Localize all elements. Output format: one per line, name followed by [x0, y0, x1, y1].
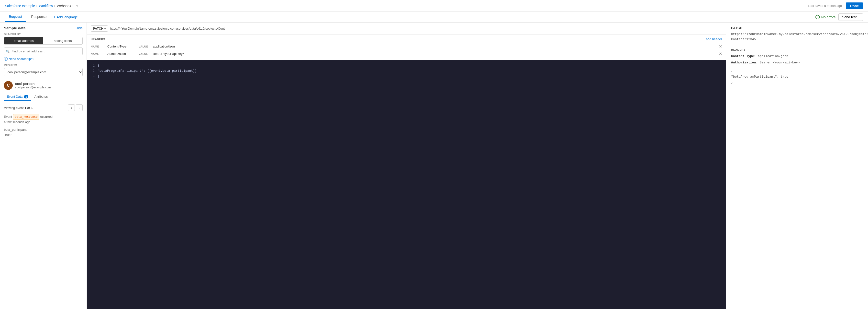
- header2-name: Authorization: [107, 52, 137, 56]
- breadcrumb-sep-1: ›: [36, 4, 37, 8]
- breadcrumb-current-text: Webhook 1: [57, 4, 74, 8]
- line-text: "betaProgramParticipant": {{event.beta_p…: [98, 68, 197, 74]
- inner-tab-attributes-label: Attributes: [34, 95, 48, 99]
- preview-url-line1: https://<YourDomainName>.my.salesforce.c…: [731, 32, 863, 37]
- breadcrumb-current: Webhook 1 ✎: [57, 4, 79, 8]
- top-bar: Salesforce example › Workflow › Webhook …: [0, 0, 868, 12]
- viewing-label: Viewing event: [4, 106, 24, 110]
- preview-headers-title: HEADERS: [726, 45, 868, 53]
- user-row: C cool person cool.person@example.com: [0, 79, 87, 93]
- breadcrumb-sep-2: ›: [54, 4, 55, 8]
- viewing-event-text: Viewing event 1 of 1: [4, 106, 33, 110]
- breadcrumb: Salesforce example › Workflow › Webhook …: [5, 4, 79, 8]
- search-tips-link[interactable]: i Need search tips?: [0, 57, 87, 64]
- search-tips-label: Need search tips?: [8, 57, 34, 61]
- headers-title: HEADERS: [91, 38, 105, 40]
- viewing-event-row: Viewing event 1 of 1 ‹ ›: [0, 101, 87, 113]
- search-input-wrap: 🔍: [4, 48, 83, 55]
- breadcrumb-root[interactable]: Salesforce example: [5, 4, 35, 8]
- search-by-toggle-group: email address adding filters: [4, 37, 83, 45]
- inner-tabs-row: Event Data 1 Attributes: [0, 93, 87, 101]
- top-bar-right: Last saved a month ago Done: [808, 2, 863, 9]
- toggle-filters-button[interactable]: adding filters: [43, 37, 83, 44]
- tab-request[interactable]: Request: [5, 12, 26, 22]
- search-by-label: SEARCH BY: [0, 33, 87, 37]
- preview-header-line-1: Content-Type: application/json: [726, 53, 868, 59]
- event-field-name: beta_participant: [4, 127, 83, 133]
- inner-tab-event-data-label: Event Data: [7, 95, 23, 99]
- preview-header-line-2: Authorization: Bearer <your-api-key>: [726, 59, 868, 66]
- delete-header-1-icon[interactable]: ✕: [719, 44, 722, 49]
- prev-arrow-button[interactable]: ‹: [68, 104, 75, 111]
- add-language-button[interactable]: + Add language: [51, 14, 80, 20]
- inner-tab-event-data[interactable]: Event Data 1: [4, 93, 31, 101]
- col-name-label-1: NAME: [91, 45, 105, 48]
- avatar: C: [4, 81, 13, 90]
- hide-link[interactable]: Hide: [75, 26, 83, 30]
- send-test-button[interactable]: Send test...: [838, 13, 863, 21]
- preview-url: https://<YourDomainName>.my.salesforce.c…: [726, 31, 868, 45]
- header2-value: Bearer <your-api-key>: [153, 52, 717, 56]
- no-errors-indicator: ✓ No errors: [815, 15, 835, 19]
- add-language-label: Add language: [57, 15, 78, 19]
- nav-arrows: ‹ ›: [68, 104, 83, 111]
- line-text: }: [98, 74, 99, 79]
- code-line: 2 "betaProgramParticipant": {{event.beta…: [91, 68, 722, 74]
- middle-panel: PATCH https://<YourDomainName>.my.salesf…: [87, 23, 726, 309]
- search-icon: 🔍: [6, 50, 10, 53]
- event-detail: Event beta_response occurred a few secon…: [0, 113, 87, 141]
- preview-method: PATCH: [726, 23, 868, 31]
- last-saved-text: Last saved a month ago: [808, 4, 842, 8]
- preview-body: { "betaProgramParticipant": true }: [726, 66, 868, 88]
- results-dropdown[interactable]: cool.person@example.com: [4, 68, 83, 76]
- viewing-count: 1 of 1: [25, 106, 33, 110]
- method-badge: PATCH: [91, 25, 108, 32]
- method-label: PATCH: [93, 27, 103, 30]
- preview-header1-key: Content-Type:: [731, 54, 756, 58]
- breadcrumb-parent[interactable]: Workflow: [39, 4, 53, 8]
- no-errors-label: No errors: [821, 15, 835, 19]
- code-editor[interactable]: 1{2 "betaProgramParticipant": {{event.be…: [87, 60, 726, 309]
- url-text: https://<YourDomainName>.my.salesforce.c…: [110, 27, 225, 30]
- preview-header2-val: Bearer <your-api-key>: [758, 61, 800, 64]
- headers-title-row: HEADERS Add header: [91, 37, 722, 41]
- preview-body-line2: "betaProgramParticipant": true: [731, 74, 863, 80]
- line-number: 3: [91, 74, 95, 79]
- results-select[interactable]: cool.person@example.com: [4, 68, 83, 76]
- user-info: cool person cool.person@example.com: [15, 82, 51, 89]
- info-icon: i: [4, 57, 7, 61]
- edit-icon[interactable]: ✎: [75, 4, 79, 8]
- event-tag: beta_response: [13, 114, 39, 120]
- user-email: cool.person@example.com: [15, 86, 51, 89]
- user-name: cool person: [15, 82, 51, 86]
- search-input[interactable]: [4, 48, 83, 55]
- left-panel: Sample data Hide SEARCH BY email address…: [0, 23, 87, 309]
- code-line: 1{: [91, 63, 722, 68]
- line-number: 1: [91, 63, 95, 68]
- line-number: 2: [91, 68, 95, 74]
- event-data-badge: 1: [24, 95, 28, 99]
- left-panel-header: Sample data Hide: [0, 23, 87, 33]
- preview-body-line3: }: [731, 80, 863, 85]
- next-arrow-button[interactable]: ›: [76, 104, 83, 111]
- col-value-label-1: VALUE: [138, 45, 151, 48]
- col-value-label-2: VALUE: [138, 52, 151, 55]
- toggle-email-button[interactable]: email address: [4, 37, 43, 44]
- event-field-value: "true": [4, 133, 83, 138]
- event-occurred-line: Event beta_response occurred: [4, 114, 83, 120]
- tab-response[interactable]: Response: [27, 12, 50, 22]
- preview-body-line1: {: [731, 69, 863, 74]
- request-url-bar: PATCH https://<YourDomainName>.my.salesf…: [87, 23, 726, 35]
- inner-tab-attributes[interactable]: Attributes: [31, 93, 51, 101]
- event-label: Event: [4, 115, 12, 118]
- tab-bar-right: ✓ No errors Send test...: [815, 13, 863, 21]
- preview-header1-val: application/json: [756, 54, 788, 58]
- add-header-link[interactable]: Add header: [706, 37, 722, 41]
- line-text: {: [98, 63, 99, 68]
- delete-header-2-icon[interactable]: ✕: [719, 51, 722, 56]
- method-dot: [104, 28, 106, 29]
- code-line: 3}: [91, 74, 722, 79]
- done-button[interactable]: Done: [846, 2, 863, 9]
- col-name-label-2: NAME: [91, 52, 105, 55]
- sample-data-title: Sample data: [4, 26, 25, 30]
